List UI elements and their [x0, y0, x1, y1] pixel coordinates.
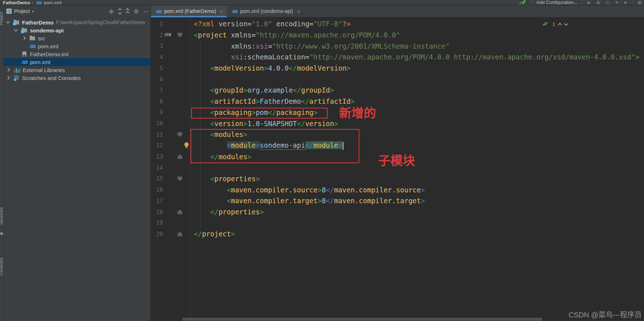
tab-pom-sondemo-api[interactable]: m pom.xml (sondemo-api) ×	[227, 5, 304, 17]
dropdown-arrow-icon[interactable]: ▼	[614, 0, 619, 5]
code-line-20[interactable]: 20</project>	[151, 228, 644, 240]
code-line-8[interactable]: 8 <artifactId>FatherDemo</artifactId>	[151, 96, 644, 107]
line-number: 6	[151, 76, 163, 83]
project-path: F:\workspace\SpringCloud\FatherDemo	[56, 19, 145, 25]
project-tree: FatherDemoF:\workspace\SpringCloud\Fathe…	[4, 17, 150, 82]
maven-gutter-icon[interactable]: m↓	[164, 31, 170, 37]
gutter-markers	[163, 107, 190, 118]
breadcrumb-file[interactable]: pom.xml	[44, 0, 61, 5]
code-line-6[interactable]: 6	[151, 73, 644, 85]
fold-marker-icon[interactable]	[178, 132, 182, 137]
stop-icon[interactable]: ■	[624, 0, 627, 5]
code-line-16[interactable]: 16 <maven.compiler.source>8</maven.compi…	[151, 184, 644, 195]
gear-icon[interactable]: ⚙	[134, 9, 139, 14]
code-line-15[interactable]: 15 <properties>	[151, 173, 644, 184]
folder-icon	[29, 35, 36, 41]
code-text[interactable]: <maven.compiler.target>8</maven.compiler…	[190, 197, 425, 205]
code-text[interactable]: <project xmlns="http://maven.apache.org/…	[190, 31, 400, 39]
code-line-1[interactable]: 1<?xml version="1.0" encoding="UTF-8"?>	[151, 18, 644, 30]
main-toolbar: FatherDemo / m pom.xml Add Configuration…	[0, 0, 644, 5]
code-text[interactable]: <modelVersion>4.0.0</modelVersion>	[190, 64, 351, 72]
chevron-closed-icon[interactable]	[22, 36, 26, 40]
project-view-title[interactable]: Project	[14, 8, 30, 14]
next-problem-icon[interactable]	[564, 22, 568, 26]
code-line-4[interactable]: 4 xsi:schemaLocation="http://maven.apach…	[151, 52, 644, 63]
expand-all-icon[interactable]	[119, 9, 121, 14]
maven-icon: m	[156, 9, 162, 14]
prev-problem-icon[interactable]	[558, 23, 562, 27]
code-text[interactable]: <maven.compiler.source>8</maven.compiler…	[190, 186, 425, 194]
code-line-17[interactable]: 17 <maven.compiler.target>8</maven.compi…	[151, 195, 644, 206]
gutter-markers	[163, 162, 190, 173]
watermark: CSDN @菜鸟---程序员	[569, 309, 642, 320]
code-text[interactable]: <artifactId>FatherDemo</artifactId>	[190, 97, 355, 105]
folder-module-icon	[21, 27, 28, 33]
line-number: 15	[151, 175, 163, 182]
coverage-icon[interactable]: ◎	[605, 0, 609, 5]
fold-marker-icon[interactable]	[178, 33, 182, 37]
chevron-closed-icon[interactable]	[6, 68, 10, 72]
breadcrumb: FatherDemo / m pom.xml	[3, 0, 61, 5]
wrench-icon[interactable]	[521, 0, 526, 5]
layout-icon[interactable]: ▣	[638, 0, 642, 5]
fold-marker-icon[interactable]	[178, 177, 182, 181]
code-text[interactable]: <?xml version="1.0" encoding="UTF-8"?>	[190, 20, 351, 28]
code-text[interactable]: </properties>	[190, 208, 264, 216]
stripe-icon[interactable]	[0, 232, 3, 235]
project-toolwindow-header: Project ▾ ⊕ ⚙ ─	[4, 5, 150, 17]
code-text[interactable]: </project>	[190, 230, 235, 238]
tree-item-label: External Libraries	[23, 67, 65, 73]
annotation-label-submodule: 子模块	[378, 151, 415, 169]
project-view-caret-icon[interactable]: ▾	[32, 9, 34, 13]
chevron-closed-icon[interactable]	[6, 76, 10, 80]
chevron-open-icon[interactable]	[14, 27, 18, 31]
run-icon[interactable]: ▶	[587, 0, 591, 5]
gutter-markers	[163, 129, 190, 140]
code-line-19[interactable]: 19	[151, 217, 644, 228]
code-text[interactable]: xsi:schemaLocation="http://maven.apache.…	[190, 53, 639, 61]
chevron-open-icon[interactable]	[6, 19, 10, 23]
code-line-10[interactable]: 10 <version>1.0-SNAPSHOT</version>	[151, 118, 644, 129]
tree-item-pom-xml[interactable]: mpom.xml	[4, 58, 150, 66]
line-number: 10	[151, 120, 163, 127]
tab-label: pom.xml (sondemo-api)	[240, 8, 293, 14]
code-text[interactable]: <groupId>org.example</groupId>	[190, 86, 334, 94]
stripe-favorites-tab[interactable]: Favorites	[0, 258, 4, 275]
add-configuration-button[interactable]: Add Configuration...	[531, 0, 582, 5]
tree-item-scratches-and-consoles[interactable]: Scratches and Consoles	[4, 74, 150, 82]
debug-icon[interactable]: ◉	[596, 0, 600, 5]
code-line-7[interactable]: 7 <groupId>org.example</groupId>	[151, 85, 644, 96]
collapse-all-icon[interactable]	[126, 9, 129, 14]
code-text[interactable]: <properties>	[190, 175, 260, 183]
code-text[interactable]: <version>1.0-SNAPSHOT</version>	[190, 120, 338, 128]
code-line-3[interactable]: 3 xmlns:xsi="http://www.w3.org/2001/XMLS…	[151, 40, 644, 52]
stripe-project-tab[interactable]: Project	[0, 12, 4, 25]
horizontal-scrollbar[interactable]	[182, 318, 542, 321]
lightbulb-icon[interactable]	[184, 142, 189, 147]
hide-toolwindow-icon[interactable]: ─	[144, 9, 148, 14]
tree-item-fatherdemo-iml[interactable]: FatherDemo.iml	[4, 50, 150, 58]
code-text[interactable]: xmlns:xsi="http://www.w3.org/2001/XMLSch…	[190, 42, 450, 50]
code-line-5[interactable]: 5 <modelVersion>4.0.0</modelVersion>	[151, 63, 644, 74]
fold-marker-icon[interactable]	[178, 232, 182, 236]
fold-marker-icon[interactable]	[178, 210, 182, 214]
iml-icon	[21, 51, 28, 57]
locate-file-icon[interactable]: ⊕	[109, 9, 114, 14]
close-icon[interactable]: ×	[297, 8, 301, 14]
tree-item-label: FatherDemo.iml	[30, 51, 69, 57]
breadcrumb-project[interactable]: FatherDemo	[3, 0, 30, 5]
tree-item-external-libraries[interactable]: External Libraries	[4, 66, 150, 74]
editor-content[interactable]: 1<?xml version="1.0" encoding="UTF-8"?>2…	[151, 18, 644, 321]
tab-pom-fatherdemo[interactable]: m pom.xml (FatherDemo) ×	[151, 5, 227, 17]
fold-marker-icon[interactable]	[178, 154, 182, 159]
code-line-2[interactable]: 2m↓<project xmlns="http://maven.apache.o…	[151, 30, 644, 41]
stripe-structure-tab[interactable]: Structure	[0, 207, 4, 225]
tree-item-fatherdemo[interactable]: FatherDemoF:\workspace\SpringCloud\Fathe…	[4, 18, 150, 26]
close-icon[interactable]: ×	[220, 8, 223, 14]
gutter-markers	[163, 63, 190, 74]
tree-item-src[interactable]: src	[4, 34, 150, 42]
tree-item-sondemo-api[interactable]: sondemo-api	[4, 26, 150, 34]
code-line-18[interactable]: 18 </properties>	[151, 206, 644, 218]
tree-item-pom-xml[interactable]: mpom.xml	[4, 42, 150, 50]
inspection-widget[interactable]: ✓✓ 1	[542, 21, 568, 27]
